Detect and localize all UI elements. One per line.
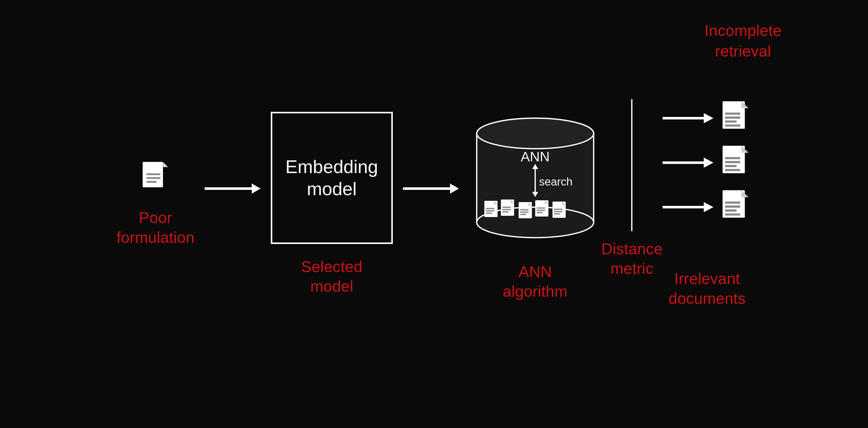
svg-rect-6 <box>147 173 160 175</box>
output-arrow-2 <box>662 156 713 169</box>
diagram-container: Incomplete retrieval Poor formulation <box>0 0 868 428</box>
svg-rect-72 <box>725 209 737 211</box>
output-doc-icon-1 <box>721 100 751 136</box>
svg-rect-73 <box>725 213 740 216</box>
irrelevant-docs-label: Irrelevant documents <box>669 269 745 308</box>
arrow-1 <box>205 182 260 195</box>
svg-rect-38 <box>520 214 526 215</box>
svg-rect-41 <box>537 207 545 209</box>
svg-point-18 <box>477 118 594 149</box>
embedding-model-item: Embedding model Selected model <box>271 112 393 296</box>
arrow-2 <box>403 182 459 195</box>
vector-db-item: ANN search <box>469 107 601 301</box>
distance-metric-label: Distance metric <box>601 239 662 278</box>
svg-marker-12 <box>450 184 459 194</box>
svg-rect-8 <box>147 181 157 183</box>
svg-rect-63 <box>725 161 740 163</box>
output-doc-icon-3 <box>721 189 751 225</box>
svg-rect-36 <box>520 209 529 210</box>
svg-rect-62 <box>725 157 740 159</box>
output-doc-row-3 <box>662 189 751 225</box>
svg-rect-48 <box>554 213 560 215</box>
svg-rect-65 <box>725 169 740 171</box>
ann-algorithm-label-area: ANN algorithm <box>503 262 567 301</box>
embedding-model-text: Embedding model <box>272 156 391 200</box>
svg-rect-28 <box>486 212 492 214</box>
output-doc-row-2 <box>662 144 751 181</box>
output-docs-item: Irrelevant documents <box>662 100 751 308</box>
svg-rect-47 <box>554 211 562 212</box>
vertical-line <box>629 99 634 231</box>
svg-rect-55 <box>725 117 740 119</box>
svg-rect-26 <box>486 208 494 209</box>
output-docs-list <box>662 100 751 225</box>
selected-model-label-area: Selected model <box>301 257 362 296</box>
svg-rect-43 <box>537 212 543 213</box>
output-arrow-3 <box>662 201 713 213</box>
irrelevant-docs-label-area: Irrelevant documents <box>669 269 745 308</box>
svg-rect-7 <box>147 177 160 179</box>
output-arrow-1 <box>662 112 713 125</box>
svg-rect-46 <box>554 209 562 210</box>
svg-rect-54 <box>725 112 740 114</box>
ann-algorithm-label: ANN algorithm <box>503 262 567 301</box>
input-doc-icon <box>142 161 169 195</box>
svg-marker-10 <box>252 184 260 194</box>
svg-marker-59 <box>704 158 713 168</box>
incomplete-retrieval-label: Incomplete retrieval <box>705 20 781 61</box>
svg-rect-56 <box>725 121 737 123</box>
svg-marker-51 <box>704 113 713 123</box>
svg-rect-31 <box>502 207 511 208</box>
svg-rect-64 <box>725 165 737 167</box>
poor-formulation-label-area: Poor formulation <box>117 208 194 247</box>
vector-db-cylinder: ANN search <box>469 107 601 249</box>
svg-rect-71 <box>725 206 740 208</box>
svg-rect-32 <box>502 209 511 210</box>
svg-rect-70 <box>725 202 740 204</box>
selected-model-label: Selected model <box>301 257 362 296</box>
embedding-box: Embedding model <box>271 112 393 244</box>
output-doc-row-1 <box>662 100 751 136</box>
svg-rect-27 <box>486 210 494 211</box>
svg-rect-33 <box>502 211 508 212</box>
distance-metric-label-area: Distance metric <box>601 239 662 278</box>
svg-rect-57 <box>725 125 740 127</box>
output-doc-icon-2 <box>721 144 751 181</box>
distance-metric-item: Distance metric <box>601 99 662 278</box>
input-document-item: Poor formulation <box>117 161 194 247</box>
svg-rect-42 <box>537 210 545 211</box>
svg-text:ANN: ANN <box>521 149 550 164</box>
flow-row: Poor formulation Embedding model Selecte… <box>117 99 751 309</box>
svg-rect-37 <box>520 211 529 213</box>
poor-formulation-label: Poor formulation <box>117 208 194 247</box>
svg-text:search: search <box>539 175 572 188</box>
svg-marker-67 <box>704 202 713 212</box>
